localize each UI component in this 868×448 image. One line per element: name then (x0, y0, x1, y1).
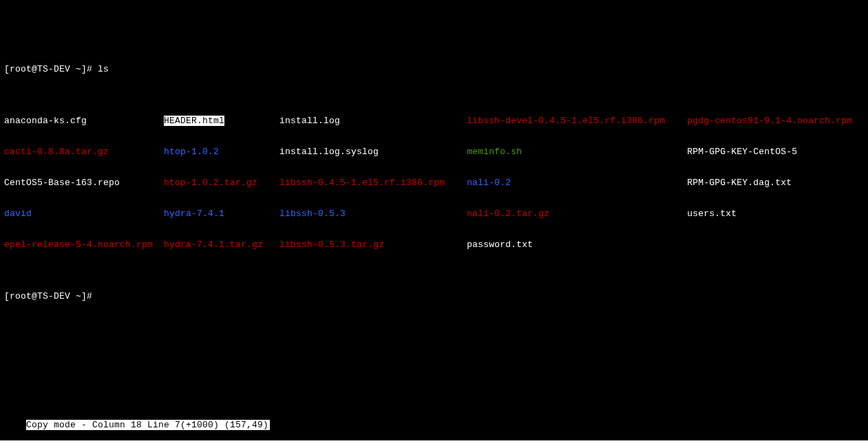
cursor (98, 292, 103, 301)
ls-row-1: cacti-0.8.8a.tar.gz htop-1.0.2 install.l… (4, 147, 865, 157)
file-epel-release-5-4.noarch.rpm: epel-release-5-4.noarch.rpm (4, 239, 153, 250)
file-cacti-0.8.8a.tar.gz: cacti-0.8.8a.tar.gz (4, 147, 109, 157)
file-nali-0.2: nali-0.2 (467, 178, 511, 188)
file-libssh-0.5.3: libssh-0.5.3 (279, 209, 346, 219)
ls-row-4: epel-release-5-4.noarch.rpm hydra-7.4.1.… (4, 239, 865, 250)
file-hydra-7.4.1.tar.gz: hydra-7.4.1.tar.gz (164, 239, 263, 250)
prompt-idle: [root@TS-DEV ~]# (4, 291, 98, 301)
ls-row-0: anaconda-ks.cfg HEADER.html install.log … (4, 116, 865, 126)
terminal-window[interactable]: [root@TS-DEV ~]# ls anaconda-ks.cfg HEAD… (0, 0, 868, 440)
ls-row-3: david hydra-7.4.1 libssh-0.5.3 nali-0.2.… (4, 209, 865, 219)
file-htop-1.0.2.tar.gz: htop-1.0.2.tar.gz (164, 178, 257, 188)
terminal-content[interactable]: [root@TS-DEV ~]# ls anaconda-ks.cfg HEAD… (0, 21, 868, 332)
file-libssh-devel-0.4.5-1.el5.rf.i386.rpm: libssh-devel-0.4.5-1.el5.rf.i386.rpm (467, 116, 665, 126)
file-nali-0.2.tar.gz: nali-0.2.tar.gz (467, 209, 549, 219)
file-install.log.syslog: install.log.syslog (279, 147, 379, 157)
file-libssh-0.4.5-1.el5.rf.i386.rpm: libssh-0.4.5-1.el5.rf.i386.rpm (279, 178, 445, 188)
file-CentOS5-Base-163.repo: CentOS5-Base-163.repo (4, 178, 120, 188)
ls-row-2: CentOS5-Base-163.repo htop-1.0.2.tar.gz … (4, 178, 865, 188)
file-RPM-GPG-KEY.dag.txt: RPM-GPG-KEY.dag.txt (687, 178, 792, 188)
file-RPM-GPG-KEY-CentOS-5: RPM-GPG-KEY-CentOS-5 (687, 147, 797, 157)
prompt-line-1: [root@TS-DEV ~]# ls (4, 64, 865, 74)
file-htop-1.0.2: htop-1.0.2 (164, 147, 219, 157)
prompt-line-2: [root@TS-DEV ~]# (4, 291, 865, 301)
status-bar: Copy mode - Column 18 Line 7(+1000) (157… (0, 409, 868, 440)
file-david: david (4, 209, 32, 219)
file-password.txt: password.txt (467, 239, 533, 250)
file-pgdg-centos91-9.1-4.noarch.rpm: pgdg-centos91-9.1-4.noarch.rpm (687, 116, 852, 126)
file-users.txt: users.txt (687, 209, 737, 219)
file-install.log: install.log (279, 116, 340, 126)
file-meminfo.sh: meminfo.sh (467, 147, 522, 157)
prompt-prefix: [root@TS-DEV ~]# ls (4, 64, 109, 74)
status-bar-text: Copy mode - Column 18 Line 7(+1000) (157… (26, 420, 270, 430)
file-anaconda-ks.cfg: anaconda-ks.cfg (4, 116, 87, 126)
file-HEADER.html: HEADER.html (164, 116, 224, 126)
file-libssh-0.5.3.tar.gz: libssh-0.5.3.tar.gz (279, 239, 384, 250)
file-hydra-7.4.1: hydra-7.4.1 (164, 209, 224, 219)
